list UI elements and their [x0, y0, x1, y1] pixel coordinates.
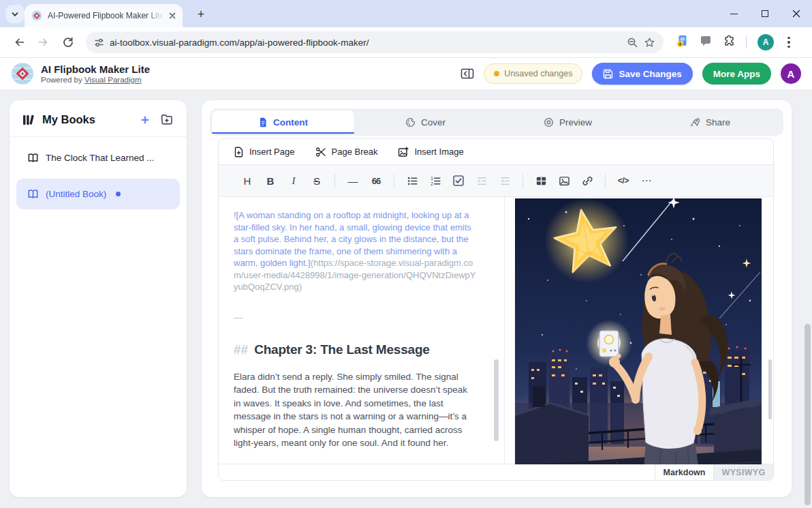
- outdent-icon: [499, 175, 511, 187]
- app-header: AI Flipbook Maker Lite Powered by Visual…: [0, 58, 812, 90]
- tab-cover-label: Cover: [421, 117, 446, 128]
- preview-illustration: [515, 198, 762, 464]
- tab-cover[interactable]: Cover: [354, 110, 497, 134]
- toolbar-separator: [605, 174, 606, 188]
- new-tab-button[interactable]: +: [193, 7, 208, 22]
- main-panel: Content Cover Preview Share: [202, 100, 792, 497]
- url-bar[interactable]: ai-toolbox.visual-paradigm.com/app/ai-po…: [86, 31, 663, 53]
- format-quote-button[interactable]: 66: [366, 171, 386, 190]
- sidebar-title: My Books: [42, 113, 130, 126]
- minimize-icon: [730, 14, 738, 14]
- back-icon: [13, 36, 25, 48]
- browser-actions: A: [676, 34, 793, 51]
- comment-icon[interactable]: [700, 35, 712, 50]
- page-scrollbar[interactable]: [804, 91, 811, 508]
- tab-content[interactable]: Content: [212, 110, 354, 134]
- reload-button[interactable]: [57, 31, 79, 53]
- format-bold-button[interactable]: B: [261, 171, 280, 190]
- site-settings-icon[interactable]: [94, 38, 104, 48]
- sidebar: My Books + The Clock That Learned ... (U…: [10, 100, 187, 497]
- more-apps-button[interactable]: More Apps: [702, 63, 771, 85]
- link-icon: [582, 175, 593, 187]
- format-strikethrough-button[interactable]: S: [307, 171, 326, 190]
- more-apps-label: More Apps: [713, 69, 760, 79]
- insert-page-button[interactable]: Insert Page: [234, 147, 295, 158]
- bullet-list-icon: [407, 175, 418, 187]
- insert-image-button[interactable]: Insert Image: [398, 147, 463, 158]
- forward-button: [33, 31, 54, 53]
- tab-close-icon[interactable]: [169, 12, 176, 19]
- sidebar-item-book-1[interactable]: The Clock That Learned ...: [16, 147, 180, 169]
- book-title: The Clock That Learned ...: [46, 153, 155, 163]
- tab-title: AI-Powered Flipbook Maker Lite: [48, 11, 163, 20]
- add-book-button[interactable]: +: [137, 113, 153, 127]
- tab-share[interactable]: Share: [639, 110, 781, 134]
- browser-avatar[interactable]: A: [758, 34, 774, 50]
- browser-menu-icon[interactable]: [785, 34, 793, 51]
- app-logo: [11, 62, 34, 85]
- format-italic-button[interactable]: I: [284, 171, 303, 190]
- new-folder-button[interactable]: [160, 113, 174, 126]
- markdown-editor[interactable]: ![A woman standing on a rooftop at midni…: [219, 197, 505, 464]
- format-code-button[interactable]: </>: [614, 171, 633, 190]
- format-bullet-list-button[interactable]: [403, 171, 422, 190]
- chapter-heading: Chapter 3: The Last Message: [254, 344, 430, 356]
- format-table-button[interactable]: [531, 171, 550, 190]
- chevron-down-icon: [10, 10, 20, 19]
- reload-icon: [62, 36, 74, 48]
- unsaved-dot-icon: [494, 71, 499, 76]
- maximize-button[interactable]: [749, 0, 781, 27]
- tab-search-button[interactable]: [5, 5, 25, 23]
- editor-footer: Markdown WYSIWYG: [219, 464, 773, 480]
- save-changes-button[interactable]: Save Changes: [592, 63, 692, 85]
- format-link-button[interactable]: [578, 171, 597, 190]
- tab-preview[interactable]: Preview: [497, 110, 639, 134]
- user-avatar[interactable]: A: [781, 63, 801, 84]
- app-brand: AI Flipbook Maker Lite Powered by Visual…: [11, 62, 150, 85]
- favicon: [31, 10, 42, 21]
- app-title: AI Flipbook Maker Lite: [41, 63, 150, 76]
- format-hr-button[interactable]: —: [343, 171, 362, 190]
- minimize-button[interactable]: [718, 0, 749, 27]
- page-break-label: Page Break: [332, 147, 378, 157]
- bookmark-star-icon[interactable]: [644, 37, 655, 48]
- collapse-sidebar-button[interactable]: [460, 68, 474, 80]
- format-numbered-list-button[interactable]: 12: [426, 171, 445, 190]
- table-icon: [535, 175, 547, 187]
- format-heading-button[interactable]: H: [238, 171, 257, 190]
- svg-text:2: 2: [431, 181, 433, 186]
- unsaved-changes-badge: Unsaved changes: [484, 63, 582, 84]
- format-image-button[interactable]: [555, 171, 574, 190]
- sidebar-item-book-2[interactable]: (Untitled Book): [16, 179, 180, 209]
- insert-image-label: Insert Image: [414, 147, 463, 157]
- format-task-list-button[interactable]: [449, 171, 468, 190]
- visual-paradigm-link[interactable]: Visual Paradigm: [84, 76, 142, 84]
- format-outdent-button: [495, 171, 514, 190]
- markdown-scrollbar[interactable]: [494, 359, 499, 441]
- header-actions: Unsaved changes Save Changes More Apps A: [460, 63, 801, 85]
- close-button[interactable]: [781, 0, 812, 27]
- tab-preview-label: Preview: [559, 117, 592, 128]
- page-break-button[interactable]: Page Break: [315, 147, 378, 158]
- share-rocket-icon: [690, 117, 700, 128]
- svg-text:1: 1: [431, 175, 433, 180]
- extensions-icon[interactable]: [723, 35, 735, 50]
- browser-titlebar: AI-Powered Flipbook Maker Lite +: [0, 0, 812, 27]
- markdown-mode-button[interactable]: Markdown: [655, 464, 714, 480]
- preview-scrollbar[interactable]: [768, 359, 772, 419]
- zoom-icon[interactable]: [627, 37, 638, 48]
- numbered-list-icon: 12: [430, 175, 441, 187]
- format-more-button[interactable]: ⋯: [637, 171, 656, 190]
- back-button[interactable]: [8, 31, 30, 53]
- browser-tab[interactable]: AI-Powered Flipbook Maker Lite: [25, 4, 183, 27]
- palette-icon: [405, 117, 416, 128]
- docs-offline-icon[interactable]: [676, 35, 689, 50]
- book-title: (Untitled Book): [46, 189, 106, 199]
- close-icon: [792, 10, 800, 18]
- book-icon: [27, 152, 39, 164]
- insert-page-label: Insert Page: [249, 147, 295, 157]
- page-scrollbar-thumb[interactable]: [805, 324, 811, 505]
- url-text[interactable]: ai-toolbox.visual-paradigm.com/app/ai-po…: [110, 38, 621, 48]
- wysiwyg-mode-button[interactable]: WYSIWYG: [714, 464, 773, 480]
- save-icon: [603, 69, 613, 79]
